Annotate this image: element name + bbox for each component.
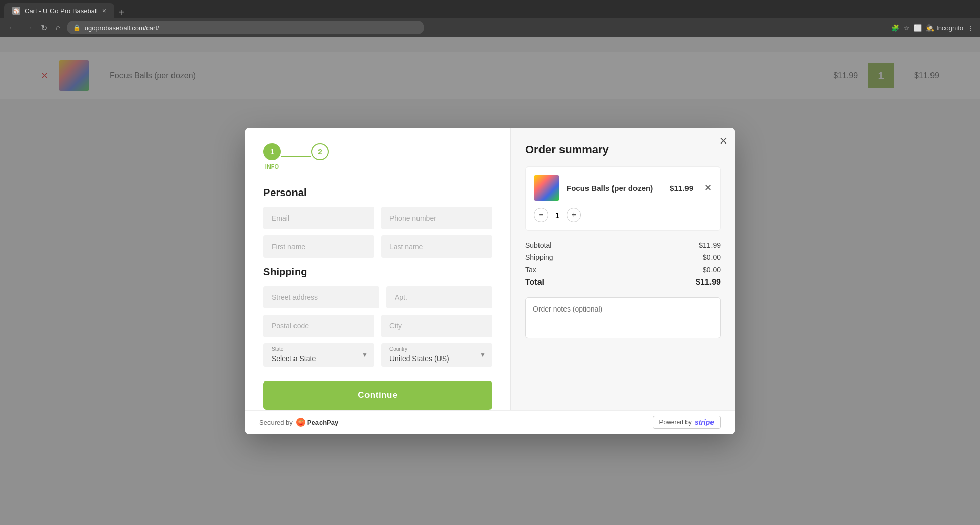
tab-favicon: ⚾: [12, 7, 20, 15]
order-item-name: Focus Balls (per dozen): [567, 184, 663, 193]
personal-section-heading: Personal: [263, 187, 492, 199]
phone-input[interactable]: [381, 207, 492, 229]
window-icon: ⬜: [914, 24, 922, 32]
nav-bar: ← → ↻ ⌂ 🔒 ugoprobaseball.com/cart/ 🧩 ☆ ⬜…: [0, 18, 980, 37]
quantity-increase-button[interactable]: +: [567, 208, 581, 222]
quantity-decrease-button[interactable]: −: [534, 208, 548, 222]
email-phone-row: [263, 207, 492, 229]
state-select-wrap: State Select a State ▼: [263, 343, 374, 367]
shipping-label: Shipping: [525, 253, 553, 261]
powered-by-text: Powered by: [659, 419, 692, 426]
extensions-icon: 🧩: [891, 24, 899, 32]
order-item-price: $11.99: [670, 184, 693, 193]
peachpay-icon: 🍑: [296, 418, 305, 427]
incognito-badge: 🕵 Incognito: [926, 24, 963, 32]
step-2-circle: 2: [311, 143, 329, 160]
incognito-icon: 🕵: [926, 24, 934, 32]
back-button[interactable]: ←: [6, 22, 18, 33]
last-name-input[interactable]: [381, 235, 492, 258]
total-row: Total $11.99: [525, 276, 721, 289]
lock-icon: 🔒: [73, 24, 81, 31]
peachpay-logo: 🍑 PeachPay: [296, 418, 338, 427]
active-tab[interactable]: ⚾ Cart - U Go Pro Baseball ×: [4, 3, 114, 18]
state-country-row: State Select a State ▼ Country United St…: [263, 343, 492, 367]
order-totals: Subtotal $11.99 Shipping $0.00 Tax $0.00: [525, 239, 721, 289]
forward-button[interactable]: →: [22, 22, 35, 33]
step-1-label: INFO: [265, 163, 279, 170]
postal-city-row: [263, 315, 492, 337]
modal-overlay: ✕ 1 INFO: [0, 37, 980, 525]
continue-button[interactable]: Continue: [263, 381, 492, 410]
email-input[interactable]: [263, 207, 374, 229]
modal-close-button[interactable]: ✕: [719, 135, 728, 147]
country-label: Country: [389, 346, 407, 352]
peachpay-name: PeachPay: [307, 419, 338, 426]
tab-title: Cart - U Go Pro Baseball: [24, 7, 98, 15]
order-summary-title: Order summary: [525, 143, 721, 156]
page-background: ✕ Focus Balls (per dozen) $11.99 1 $11.9…: [0, 37, 980, 525]
quantity-value: 1: [548, 211, 567, 220]
order-item-remove-icon[interactable]: ✕: [704, 182, 712, 194]
modal-body: 1 INFO 2 Personal: [245, 128, 735, 434]
url-text: ugoprobaseball.com/cart/: [85, 24, 159, 32]
stripe-logo: stripe: [695, 418, 714, 426]
stepper: 1 INFO 2: [263, 143, 492, 171]
country-select-wrap: Country United States (US) ▼: [381, 343, 492, 367]
order-item-top: Focus Balls (per dozen) $11.99 ✕: [534, 175, 712, 201]
postal-input[interactable]: [263, 315, 374, 337]
bookmark-icon: ☆: [903, 24, 910, 32]
state-label: State: [272, 346, 283, 352]
checkout-modal: ✕ 1 INFO: [245, 128, 735, 434]
city-input[interactable]: [381, 315, 492, 337]
home-button[interactable]: ⌂: [54, 22, 63, 33]
step-2-number: 2: [318, 148, 322, 156]
shipping-value: $0.00: [703, 253, 721, 261]
subtotal-row: Subtotal $11.99: [525, 239, 721, 251]
tab-close-button[interactable]: ×: [102, 7, 106, 15]
secured-by-text: Secured by: [259, 419, 293, 426]
step-connector: [281, 156, 311, 157]
total-value: $11.99: [696, 278, 721, 287]
tab-bar: ⚾ Cart - U Go Pro Baseball × +: [0, 0, 980, 18]
checkout-form-panel: 1 INFO 2 Personal: [245, 128, 510, 434]
order-summary-panel: Order summary Focus Balls (per dozen) $1…: [510, 128, 735, 434]
step-1-circle: 1 INFO: [263, 143, 281, 160]
reload-button[interactable]: ↻: [39, 22, 50, 34]
apt-input[interactable]: [386, 286, 492, 308]
modal-footer: Secured by 🍑 PeachPay Powered by stripe: [245, 410, 735, 434]
name-row: [263, 235, 492, 258]
powered-by-stripe: Powered by stripe: [653, 416, 721, 429]
street-input[interactable]: [263, 286, 379, 308]
total-label: Total: [525, 278, 544, 287]
shipping-section-heading: Shipping: [263, 266, 492, 278]
browser-chrome: ⚾ Cart - U Go Pro Baseball × + ← → ↻ ⌂ 🔒…: [0, 0, 980, 37]
nav-right: 🧩 ☆ ⬜ 🕵 Incognito ⋮: [891, 24, 974, 32]
menu-icon[interactable]: ⋮: [967, 24, 974, 32]
order-item-card: Focus Balls (per dozen) $11.99 ✕ − 1 +: [525, 166, 721, 231]
step-1-number: 1: [270, 148, 274, 156]
new-tab-button[interactable]: +: [114, 7, 129, 18]
order-notes-input[interactable]: [525, 297, 721, 338]
quantity-controls: − 1 +: [534, 208, 712, 222]
secured-by-section: Secured by 🍑 PeachPay: [259, 418, 338, 427]
address-bar[interactable]: 🔒 ugoprobaseball.com/cart/: [67, 21, 424, 34]
shipping-row: Shipping $0.00: [525, 251, 721, 264]
address-row: [263, 286, 492, 308]
tax-value: $0.00: [703, 266, 721, 274]
tax-label: Tax: [525, 266, 536, 274]
subtotal-value: $11.99: [699, 241, 721, 249]
first-name-input[interactable]: [263, 235, 374, 258]
order-item-image: [534, 175, 559, 201]
subtotal-label: Subtotal: [525, 241, 551, 249]
tax-row: Tax $0.00: [525, 264, 721, 276]
incognito-label: Incognito: [936, 24, 963, 32]
